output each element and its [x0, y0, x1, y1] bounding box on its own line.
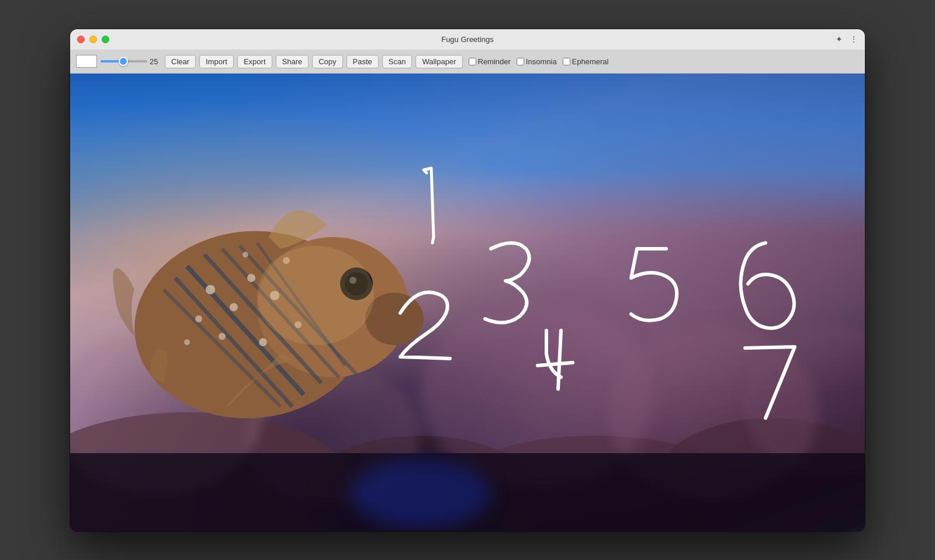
titlebar-actions: ✦ ⋮ [836, 34, 858, 44]
svg-point-13 [365, 293, 424, 345]
wallpaper-button[interactable]: Wallpaper [415, 55, 462, 68]
svg-point-30 [259, 338, 267, 346]
reminder-checkbox[interactable] [469, 58, 476, 65]
svg-point-26 [195, 315, 202, 322]
insomnia-label[interactable]: Insomnia [517, 57, 557, 66]
extension-icon[interactable]: ✦ [836, 34, 843, 44]
paste-button[interactable]: Paste [347, 55, 379, 68]
svg-point-34 [184, 339, 190, 345]
app-window: Fugu Greetings ✦ ⋮ 25 Clear Import Expor… [70, 29, 865, 531]
canvas-area[interactable] [70, 74, 865, 531]
share-button[interactable]: Share [276, 55, 309, 68]
svg-point-24 [206, 285, 215, 294]
export-button[interactable]: Export [237, 55, 272, 68]
ephemeral-checkbox[interactable] [563, 58, 570, 65]
reminder-label[interactable]: Reminder [469, 57, 511, 66]
toolbar: 25 Clear Import Export Share Copy Paste … [70, 50, 865, 74]
fish-illustration [70, 74, 865, 531]
window-title: Fugu Greetings [441, 35, 494, 44]
svg-point-32 [243, 252, 248, 258]
ephemeral-label[interactable]: Ephemeral [563, 57, 609, 66]
traffic-lights [77, 36, 109, 43]
svg-point-27 [247, 274, 255, 282]
color-swatch[interactable] [76, 55, 97, 68]
size-value: 25 [150, 57, 161, 66]
close-button[interactable] [77, 36, 85, 43]
titlebar: Fugu Greetings ✦ ⋮ [70, 29, 865, 50]
import-button[interactable]: Import [199, 55, 234, 68]
svg-point-10 [351, 459, 491, 529]
clear-button[interactable]: Clear [165, 55, 196, 68]
more-icon[interactable]: ⋮ [850, 34, 858, 44]
checkboxes-group: Reminder Insomnia Ephemeral [469, 57, 609, 66]
copy-button[interactable]: Copy [312, 55, 342, 68]
svg-point-29 [219, 333, 226, 340]
svg-point-25 [230, 303, 238, 311]
minimize-button[interactable] [89, 36, 97, 43]
scan-button[interactable]: Scan [382, 55, 413, 68]
maximize-button[interactable] [102, 36, 109, 43]
size-slider[interactable] [101, 60, 147, 62]
background-scene [70, 74, 865, 531]
svg-point-35 [257, 246, 374, 345]
slider-container: 25 [101, 57, 161, 66]
insomnia-checkbox[interactable] [517, 58, 524, 65]
